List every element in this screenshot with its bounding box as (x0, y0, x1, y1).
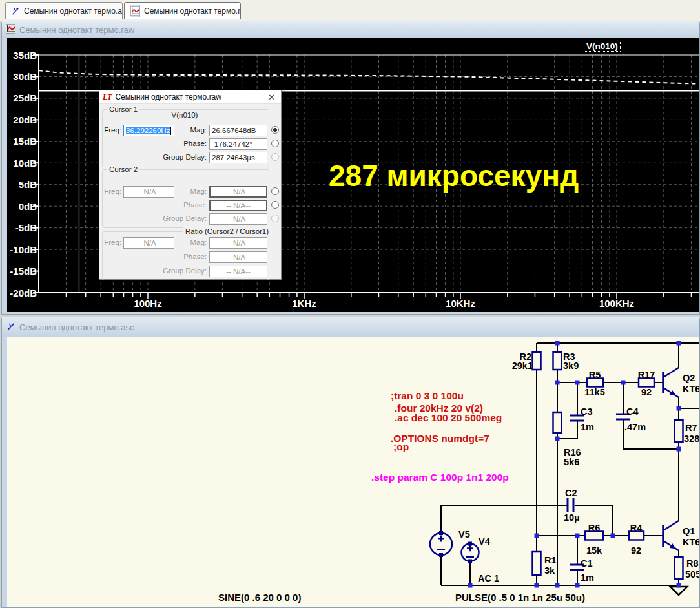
tab-strip: Семынин однотакт термо.asc Семынин однот… (0, 0, 700, 21)
cursor2-mag-label: Mag: (181, 187, 207, 195)
component-label: C2 (565, 488, 577, 498)
group-delay-annotation: 287 микросекунд (329, 158, 579, 193)
junction-dot (468, 583, 473, 588)
component-label: 11k5 (584, 387, 604, 397)
y-tick-label: -20dB (10, 288, 37, 299)
component-label: 15k (586, 545, 602, 556)
trace-vn010[interactable] (39, 70, 699, 84)
cursor2-mag-field[interactable]: -- N/A-- (209, 186, 267, 198)
step-directive: .step param C 100p 1n1 200p (371, 472, 509, 483)
x-tick-label: 100Hz (134, 298, 161, 309)
junction-dot (677, 341, 681, 346)
ratio-groupdelay-label: Group Delay: (155, 267, 207, 275)
junction-dot (575, 583, 580, 588)
component-label: V5 (458, 529, 470, 540)
cursor2-mag-radio[interactable] (271, 187, 279, 195)
dialog-trace-name: V(n010) (164, 111, 205, 119)
cursor1-phase-radio[interactable] (271, 140, 279, 147)
y-tick-label: 10dB (13, 158, 37, 169)
waveform-icon (130, 5, 140, 17)
component-label: KT602 (683, 384, 699, 394)
ratio-mag-label: Mag: (181, 238, 207, 246)
spice-directive: ;tran 0 3 0 100u (391, 390, 464, 401)
schematic-canvas[interactable]: R229k1R33k9R511k5R1792Q2KT602R7328C31mC4… (7, 337, 699, 607)
y-tick-label: 20dB (13, 114, 37, 125)
cursor1-heading: Cursor 1 (107, 105, 139, 113)
sine-spec: SINE(0 .6 20 0 0 0) (218, 592, 301, 603)
schematic-window-title: Семынин однотакт термо.asc (19, 322, 134, 332)
junction-dot (555, 583, 560, 588)
junction-dot (575, 534, 580, 538)
tab-waveform[interactable]: Семынин однотакт термо.raw (124, 2, 241, 19)
component-label: R6 (588, 523, 601, 533)
cursor1-phase-field[interactable]: -176.24742° (209, 138, 267, 150)
trace-legend[interactable]: V(n010) (584, 41, 621, 52)
cursor2-phase-radio[interactable] (271, 201, 279, 209)
ratio-freq-label: Freq: (99, 238, 121, 246)
schematic-titlebar[interactable]: Семынин однотакт термо.asc (2, 317, 699, 337)
cursor1-groupdelay-label: Group Delay: (155, 153, 207, 161)
component-label: R8 (686, 558, 699, 569)
resistor-symbol[interactable] (553, 352, 562, 370)
ratio-heading: Ratio (Cursor2 / Cursor1) (183, 227, 271, 235)
component-label: V4 (479, 536, 490, 547)
ratio-mag-field: -- N/A-- (209, 237, 267, 249)
junction-dot (555, 381, 560, 385)
tab-waveform-label: Семынин однотакт термо.raw (144, 6, 241, 16)
pulse-spec: PULSE(0 .5 0 1n 1n 25u 50u) (455, 592, 585, 603)
schematic-icon (6, 322, 15, 333)
cursor1-freq-field[interactable]: 36.292269Hz (123, 125, 174, 136)
component-label: 3k9 (563, 361, 579, 371)
ltspice-logo-icon: LT (103, 92, 112, 102)
resistor-symbol[interactable] (553, 412, 562, 433)
junction-dot (535, 583, 539, 588)
component-label: Q2 (683, 373, 695, 383)
component-label: 1m (581, 422, 594, 432)
cursor1-phase-label: Phase: (174, 140, 207, 147)
resistor-symbol[interactable] (675, 557, 683, 579)
resistor-symbol[interactable] (533, 352, 541, 370)
component-label: R7 (685, 423, 697, 433)
y-tick-label: 0dB (19, 201, 37, 212)
cursor2-phase-field[interactable]: -- N/A-- (209, 200, 267, 211)
waveform-icon (6, 24, 15, 36)
resistor-symbol[interactable] (533, 552, 541, 575)
dialog-titlebar[interactable]: LT Семынин однотакт термо.raw ✕ (99, 90, 281, 104)
cursor1-mag-field[interactable]: 26.667648dB (209, 125, 267, 136)
x-tick-label: 100KHz (599, 298, 634, 309)
y-tick-label: 15dB (13, 136, 37, 147)
component-label: 92 (631, 545, 641, 556)
component-label: 505 (685, 569, 699, 580)
component-label: .47m (624, 422, 646, 432)
schematic-drawing[interactable]: R229k1R33k9R511k5R1792Q2KT602R7328C31mC4… (7, 337, 699, 607)
component-label: R17 (638, 370, 655, 380)
component-label: Q1 (683, 526, 695, 536)
tab-schematic[interactable]: Семынин однотакт термо.asc (5, 2, 123, 19)
waveform-plot-area[interactable]: 35dB30dB25dB20dB15dB10dB5dB0dB-5dB-10dB-… (7, 38, 699, 312)
cursor1-mag-radio[interactable] (271, 126, 279, 134)
cursor1-groupdelay-field[interactable]: 287.24643µs (209, 152, 267, 163)
junction-dot (535, 534, 539, 538)
cursor2-groupdelay-field[interactable]: -- N/A-- (209, 213, 267, 225)
component-label: 328 (684, 434, 699, 444)
spice-directive: ;op (393, 441, 409, 452)
ground-symbol[interactable] (670, 587, 687, 595)
junction-dot (621, 381, 626, 385)
component-label: 5k6 (564, 457, 579, 467)
cursor-dialog: LT Семынин однотакт термо.raw ✕ Cursor 1… (99, 90, 282, 280)
junction-dot (555, 437, 560, 441)
component-label: KT602 (683, 537, 699, 547)
cursor2-freq-field[interactable]: -- N/A-- (123, 186, 174, 198)
ratio-phase-field: -- N/A-- (209, 251, 267, 263)
waveform-titlebar[interactable]: Семынин однотакт термо.raw (2, 21, 699, 38)
resistor-symbol[interactable] (675, 420, 683, 442)
tab-schematic-label: Семынин однотакт термо.asc (24, 6, 123, 16)
component-label: C1 (581, 558, 593, 569)
component-label: 29k1 (512, 361, 533, 371)
cursor2-groupdelay-label: Group Delay: (155, 215, 207, 222)
component-label: 10µ (564, 512, 579, 523)
cursor1-groupdelay-radio (271, 153, 279, 161)
component-label: R16 (564, 447, 581, 457)
junction-dot (677, 406, 681, 411)
close-icon[interactable]: ✕ (265, 92, 278, 102)
